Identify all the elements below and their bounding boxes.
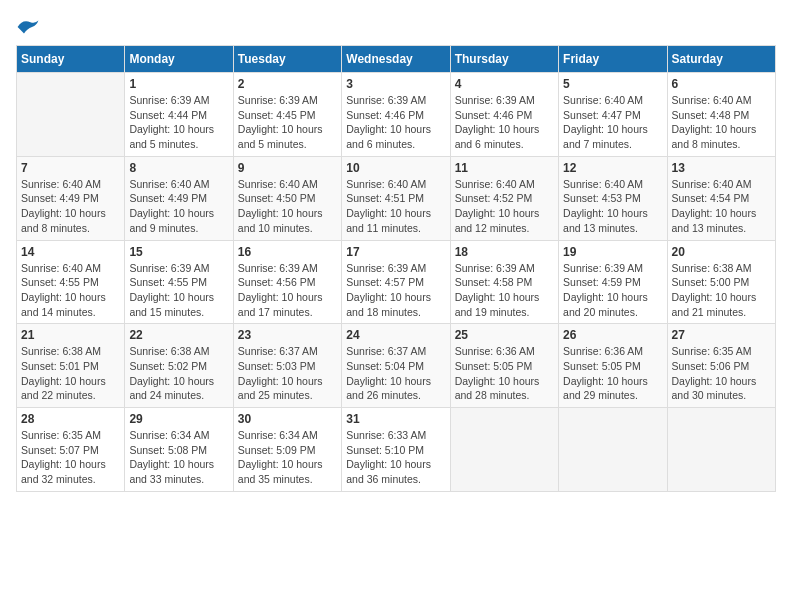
- day-info: Sunrise: 6:36 AMSunset: 5:05 PMDaylight:…: [455, 344, 554, 403]
- day-number: 4: [455, 77, 554, 91]
- day-number: 1: [129, 77, 228, 91]
- day-info: Sunrise: 6:35 AMSunset: 5:06 PMDaylight:…: [672, 344, 771, 403]
- calendar-cell: 11Sunrise: 6:40 AMSunset: 4:52 PMDayligh…: [450, 156, 558, 240]
- day-number: 12: [563, 161, 662, 175]
- calendar-cell: 25Sunrise: 6:36 AMSunset: 5:05 PMDayligh…: [450, 324, 558, 408]
- day-number: 21: [21, 328, 120, 342]
- calendar-cell: 5Sunrise: 6:40 AMSunset: 4:47 PMDaylight…: [559, 73, 667, 157]
- day-info: Sunrise: 6:39 AMSunset: 4:55 PMDaylight:…: [129, 261, 228, 320]
- calendar-cell: 31Sunrise: 6:33 AMSunset: 5:10 PMDayligh…: [342, 408, 450, 492]
- calendar-cell: 4Sunrise: 6:39 AMSunset: 4:46 PMDaylight…: [450, 73, 558, 157]
- calendar-header-row: SundayMondayTuesdayWednesdayThursdayFrid…: [17, 46, 776, 73]
- calendar-week-row: 14Sunrise: 6:40 AMSunset: 4:55 PMDayligh…: [17, 240, 776, 324]
- calendar-cell: 15Sunrise: 6:39 AMSunset: 4:55 PMDayligh…: [125, 240, 233, 324]
- day-info: Sunrise: 6:40 AMSunset: 4:49 PMDaylight:…: [21, 177, 120, 236]
- day-number: 29: [129, 412, 228, 426]
- calendar-cell: [450, 408, 558, 492]
- calendar-table: SundayMondayTuesdayWednesdayThursdayFrid…: [16, 45, 776, 492]
- day-number: 19: [563, 245, 662, 259]
- day-info: Sunrise: 6:39 AMSunset: 4:46 PMDaylight:…: [346, 93, 445, 152]
- day-info: Sunrise: 6:40 AMSunset: 4:52 PMDaylight:…: [455, 177, 554, 236]
- calendar-cell: 16Sunrise: 6:39 AMSunset: 4:56 PMDayligh…: [233, 240, 341, 324]
- calendar-cell: 19Sunrise: 6:39 AMSunset: 4:59 PMDayligh…: [559, 240, 667, 324]
- day-info: Sunrise: 6:40 AMSunset: 4:47 PMDaylight:…: [563, 93, 662, 152]
- day-number: 22: [129, 328, 228, 342]
- day-number: 13: [672, 161, 771, 175]
- calendar-cell: 17Sunrise: 6:39 AMSunset: 4:57 PMDayligh…: [342, 240, 450, 324]
- day-number: 10: [346, 161, 445, 175]
- day-info: Sunrise: 6:40 AMSunset: 4:48 PMDaylight:…: [672, 93, 771, 152]
- calendar-cell: 27Sunrise: 6:35 AMSunset: 5:06 PMDayligh…: [667, 324, 775, 408]
- day-number: 26: [563, 328, 662, 342]
- day-number: 7: [21, 161, 120, 175]
- header: [16, 16, 776, 37]
- day-number: 31: [346, 412, 445, 426]
- logo: [16, 16, 44, 37]
- calendar-cell: 21Sunrise: 6:38 AMSunset: 5:01 PMDayligh…: [17, 324, 125, 408]
- day-info: Sunrise: 6:40 AMSunset: 4:49 PMDaylight:…: [129, 177, 228, 236]
- calendar-cell: 28Sunrise: 6:35 AMSunset: 5:07 PMDayligh…: [17, 408, 125, 492]
- calendar-cell: 7Sunrise: 6:40 AMSunset: 4:49 PMDaylight…: [17, 156, 125, 240]
- calendar-cell: 6Sunrise: 6:40 AMSunset: 4:48 PMDaylight…: [667, 73, 775, 157]
- calendar-cell: 2Sunrise: 6:39 AMSunset: 4:45 PMDaylight…: [233, 73, 341, 157]
- day-info: Sunrise: 6:40 AMSunset: 4:54 PMDaylight:…: [672, 177, 771, 236]
- day-info: Sunrise: 6:39 AMSunset: 4:56 PMDaylight:…: [238, 261, 337, 320]
- day-info: Sunrise: 6:39 AMSunset: 4:44 PMDaylight:…: [129, 93, 228, 152]
- day-number: 17: [346, 245, 445, 259]
- day-info: Sunrise: 6:34 AMSunset: 5:08 PMDaylight:…: [129, 428, 228, 487]
- calendar-cell: 13Sunrise: 6:40 AMSunset: 4:54 PMDayligh…: [667, 156, 775, 240]
- calendar-cell: [559, 408, 667, 492]
- calendar-week-row: 21Sunrise: 6:38 AMSunset: 5:01 PMDayligh…: [17, 324, 776, 408]
- day-header-friday: Friday: [559, 46, 667, 73]
- day-number: 16: [238, 245, 337, 259]
- day-number: 28: [21, 412, 120, 426]
- day-number: 3: [346, 77, 445, 91]
- day-number: 8: [129, 161, 228, 175]
- day-header-tuesday: Tuesday: [233, 46, 341, 73]
- logo-bird-icon: [16, 17, 40, 37]
- calendar-cell: 22Sunrise: 6:38 AMSunset: 5:02 PMDayligh…: [125, 324, 233, 408]
- calendar-cell: 18Sunrise: 6:39 AMSunset: 4:58 PMDayligh…: [450, 240, 558, 324]
- calendar-cell: 30Sunrise: 6:34 AMSunset: 5:09 PMDayligh…: [233, 408, 341, 492]
- day-number: 14: [21, 245, 120, 259]
- day-info: Sunrise: 6:37 AMSunset: 5:03 PMDaylight:…: [238, 344, 337, 403]
- day-header-saturday: Saturday: [667, 46, 775, 73]
- calendar-week-row: 28Sunrise: 6:35 AMSunset: 5:07 PMDayligh…: [17, 408, 776, 492]
- day-info: Sunrise: 6:35 AMSunset: 5:07 PMDaylight:…: [21, 428, 120, 487]
- day-info: Sunrise: 6:40 AMSunset: 4:50 PMDaylight:…: [238, 177, 337, 236]
- day-number: 9: [238, 161, 337, 175]
- day-number: 6: [672, 77, 771, 91]
- calendar-cell: 1Sunrise: 6:39 AMSunset: 4:44 PMDaylight…: [125, 73, 233, 157]
- day-number: 11: [455, 161, 554, 175]
- day-info: Sunrise: 6:40 AMSunset: 4:51 PMDaylight:…: [346, 177, 445, 236]
- day-number: 15: [129, 245, 228, 259]
- day-number: 24: [346, 328, 445, 342]
- day-info: Sunrise: 6:34 AMSunset: 5:09 PMDaylight:…: [238, 428, 337, 487]
- day-info: Sunrise: 6:38 AMSunset: 5:00 PMDaylight:…: [672, 261, 771, 320]
- day-number: 25: [455, 328, 554, 342]
- day-info: Sunrise: 6:40 AMSunset: 4:53 PMDaylight:…: [563, 177, 662, 236]
- calendar-cell: 20Sunrise: 6:38 AMSunset: 5:00 PMDayligh…: [667, 240, 775, 324]
- day-number: 30: [238, 412, 337, 426]
- day-number: 20: [672, 245, 771, 259]
- day-number: 23: [238, 328, 337, 342]
- day-info: Sunrise: 6:39 AMSunset: 4:57 PMDaylight:…: [346, 261, 445, 320]
- calendar-cell: 24Sunrise: 6:37 AMSunset: 5:04 PMDayligh…: [342, 324, 450, 408]
- day-info: Sunrise: 6:39 AMSunset: 4:46 PMDaylight:…: [455, 93, 554, 152]
- day-info: Sunrise: 6:39 AMSunset: 4:59 PMDaylight:…: [563, 261, 662, 320]
- calendar-cell: 12Sunrise: 6:40 AMSunset: 4:53 PMDayligh…: [559, 156, 667, 240]
- calendar-cell: 26Sunrise: 6:36 AMSunset: 5:05 PMDayligh…: [559, 324, 667, 408]
- day-number: 18: [455, 245, 554, 259]
- day-info: Sunrise: 6:33 AMSunset: 5:10 PMDaylight:…: [346, 428, 445, 487]
- calendar-cell: 10Sunrise: 6:40 AMSunset: 4:51 PMDayligh…: [342, 156, 450, 240]
- calendar-cell: 9Sunrise: 6:40 AMSunset: 4:50 PMDaylight…: [233, 156, 341, 240]
- day-info: Sunrise: 6:37 AMSunset: 5:04 PMDaylight:…: [346, 344, 445, 403]
- day-header-monday: Monday: [125, 46, 233, 73]
- calendar-cell: [17, 73, 125, 157]
- day-header-thursday: Thursday: [450, 46, 558, 73]
- day-info: Sunrise: 6:39 AMSunset: 4:58 PMDaylight:…: [455, 261, 554, 320]
- calendar-cell: 29Sunrise: 6:34 AMSunset: 5:08 PMDayligh…: [125, 408, 233, 492]
- calendar-cell: 8Sunrise: 6:40 AMSunset: 4:49 PMDaylight…: [125, 156, 233, 240]
- calendar-cell: 3Sunrise: 6:39 AMSunset: 4:46 PMDaylight…: [342, 73, 450, 157]
- day-info: Sunrise: 6:36 AMSunset: 5:05 PMDaylight:…: [563, 344, 662, 403]
